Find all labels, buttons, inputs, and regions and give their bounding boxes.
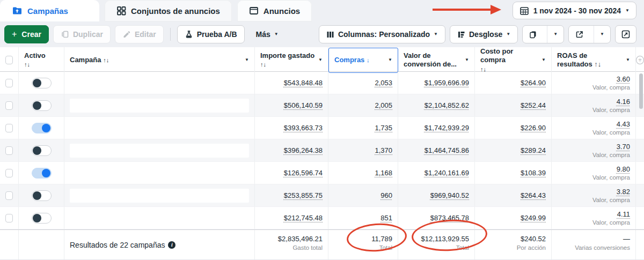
header-checkbox-cell <box>0 47 19 73</box>
cpp-value[interactable]: $226.90 <box>521 124 546 132</box>
chevron-down-icon[interactable]: ▼ <box>318 58 323 62</box>
cpp-value[interactable]: $249.99 <box>521 214 546 222</box>
row-campaign-cell[interactable] <box>64 94 255 116</box>
roas-value[interactable]: 4.43 <box>617 120 630 128</box>
roas-value[interactable]: 4.16 <box>617 98 630 106</box>
spend-value[interactable]: $396,264.38 <box>284 146 323 154</box>
purchases-value[interactable]: 1,168 <box>375 169 392 177</box>
sort-icon[interactable]: ↑↓ <box>24 61 30 68</box>
row-checkbox[interactable] <box>5 169 13 177</box>
info-icon[interactable]: i <box>168 241 175 249</box>
tab-campaigns[interactable]: Campañas <box>0 0 99 21</box>
header-campaign[interactable]: Campaña ↑↓ ▼ <box>64 47 255 73</box>
roas-value[interactable]: 4.11 <box>617 210 630 218</box>
chevron-down-icon[interactable]: ▼ <box>465 58 469 62</box>
cpp-value[interactable]: $264.43 <box>521 191 546 199</box>
roas-value[interactable]: 3.60 <box>617 75 630 83</box>
header-spend[interactable]: Importe gastado ↑↓ ▼ <box>255 47 328 73</box>
edit-button[interactable]: Editar <box>115 25 164 43</box>
header-active[interactable]: Activo ↑↓ <box>19 47 64 73</box>
vertical-scrollbar[interactable] <box>639 73 643 109</box>
select-all-checkbox[interactable] <box>5 56 13 64</box>
campaign-toggle[interactable] <box>32 145 52 156</box>
sort-icon[interactable]: ↑↓ <box>103 57 109 63</box>
create-button[interactable]: + Crear <box>4 25 49 43</box>
conversion-value[interactable]: $1,959,696.99 <box>425 79 469 87</box>
chevron-down-icon: ▼ <box>600 32 604 36</box>
export-button[interactable]: ▼ <box>568 25 611 43</box>
cpp-value[interactable]: $264.90 <box>521 79 546 87</box>
sort-descending-icon[interactable]: ↓ <box>367 57 370 63</box>
more-button[interactable]: Más ▼ <box>249 25 286 43</box>
row-active-cell <box>19 207 64 229</box>
row-campaign-cell[interactable] <box>64 72 255 94</box>
row-campaign-cell[interactable] <box>64 207 255 229</box>
purchases-value[interactable]: 960 <box>380 191 392 199</box>
row-campaign-cell[interactable] <box>64 139 255 161</box>
plus-icon: + <box>12 30 17 39</box>
duplicate-button[interactable]: Duplicar <box>53 25 111 43</box>
conversion-value[interactable]: $1,240,161.69 <box>425 169 469 177</box>
spend-value[interactable]: $212,745.48 <box>284 214 323 222</box>
header-roas[interactable]: ROAS de resultados ↑↓ ▼ <box>552 47 636 73</box>
spend-value[interactable]: $543,848.48 <box>284 79 323 87</box>
chevron-down-icon[interactable]: ▼ <box>245 58 249 62</box>
cpp-cell: $264.90 <box>475 72 552 94</box>
charts-button[interactable] <box>615 25 636 43</box>
row-checkbox[interactable] <box>5 124 13 132</box>
sort-icon[interactable]: ↑↓ <box>260 61 266 68</box>
campaign-toggle[interactable] <box>32 168 52 179</box>
row-checkbox[interactable] <box>5 79 13 87</box>
chevron-down-icon[interactable]: ▼ <box>388 58 392 62</box>
conversion-value[interactable]: $2,104,852.62 <box>425 101 469 109</box>
row-checkbox[interactable] <box>5 214 13 222</box>
purchases-value[interactable]: 851 <box>380 214 392 222</box>
flask-icon <box>185 30 193 39</box>
spend-value[interactable]: $393,663.73 <box>284 124 323 132</box>
cpp-value[interactable]: $289.24 <box>521 146 546 154</box>
header-conversion-value[interactable]: Valor de conversión de... ▼ <box>398 47 475 73</box>
chevron-down-icon[interactable]: ▼ <box>626 58 630 62</box>
spend-value[interactable]: $506,140.59 <box>284 101 323 109</box>
campaign-toggle[interactable] <box>32 123 52 133</box>
roas-value[interactable]: 9.80 <box>617 165 630 173</box>
roas-value[interactable]: 3.82 <box>617 188 630 196</box>
row-checkbox[interactable] <box>5 101 13 110</box>
row-checkbox[interactable] <box>5 191 13 200</box>
roas-value[interactable]: 3.70 <box>617 143 630 151</box>
purchases-value[interactable]: 2,053 <box>375 79 392 87</box>
row-campaign-cell[interactable] <box>64 184 255 206</box>
header-purchases[interactable]: Compras ↓ ▼ <box>328 48 398 73</box>
row-campaign-cell[interactable] <box>64 162 255 184</box>
campaign-toggle[interactable] <box>32 100 52 111</box>
conversion-value[interactable]: $969,940.52 <box>430 191 469 199</box>
roas-sublabel: Valor, compra <box>592 174 630 181</box>
tab-adsets[interactable]: Conjuntos de anuncios <box>105 0 232 21</box>
columns-button[interactable]: Columnas: Personalizado ▼ <box>319 25 445 43</box>
campaign-toggle[interactable] <box>32 78 52 88</box>
conversion-value[interactable]: $1,742,939.29 <box>425 124 469 132</box>
reports-button[interactable]: ▼ <box>522 25 564 43</box>
spend-value[interactable]: $126,596.74 <box>284 169 323 177</box>
purchases-value[interactable]: 1,735 <box>375 124 392 132</box>
campaign-toggle[interactable] <box>32 190 52 201</box>
conversion-value[interactable]: $1,464,745.86 <box>425 146 469 154</box>
purchases-value[interactable]: 2,005 <box>375 101 392 109</box>
add-column-icon[interactable]: + <box>636 56 644 64</box>
annotation-arrow <box>429 2 504 17</box>
tab-ads[interactable]: Anuncios <box>237 0 312 21</box>
row-campaign-cell[interactable] <box>64 117 255 139</box>
spend-value[interactable]: $253,855.75 <box>284 191 323 199</box>
row-checkbox[interactable] <box>5 146 13 155</box>
cpp-value[interactable]: $252.44 <box>521 101 546 109</box>
sort-icon[interactable]: ↑↓ <box>480 66 486 72</box>
date-range-button[interactable]: 1 nov 2024 - 30 nov 2024 ▼ <box>513 2 636 19</box>
chevron-down-icon[interactable]: ▼ <box>541 58 546 62</box>
breakdown-button[interactable]: Desglose ▼ <box>450 25 518 43</box>
purchases-value[interactable]: 1,370 <box>375 146 392 154</box>
header-cost-per-purchase[interactable]: Costo por compra ↑↓ ▼ <box>475 47 552 73</box>
ab-test-button[interactable]: Prueba A/B <box>177 25 245 43</box>
campaign-toggle[interactable] <box>32 213 52 224</box>
cpp-value[interactable]: $108.39 <box>521 169 546 177</box>
conversion-value[interactable]: $873,465.78 <box>430 214 469 222</box>
